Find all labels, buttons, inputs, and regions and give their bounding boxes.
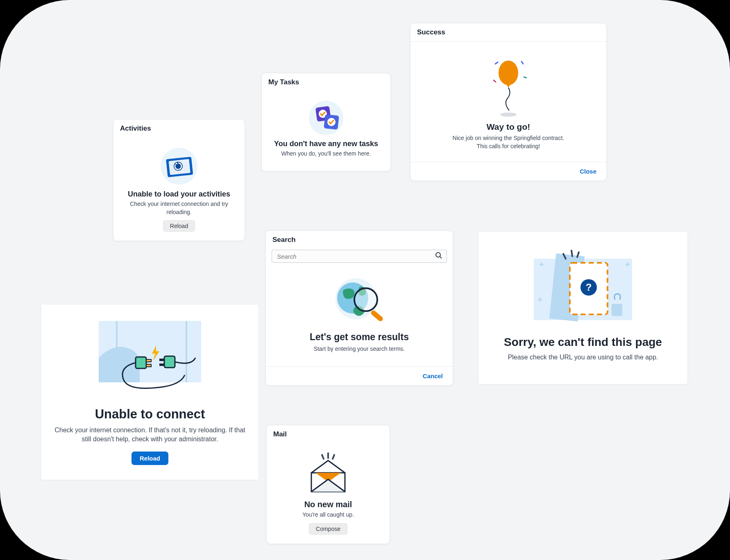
success-desc-2: This calls for celebrating! — [477, 142, 540, 151]
svg-rect-28 — [612, 304, 622, 316]
svg-point-20 — [436, 253, 440, 257]
cancel-button[interactable]: Cancel — [419, 371, 446, 381]
success-body: Way to go! Nice job on winning the Sprin… — [410, 42, 606, 162]
close-button[interactable]: Close — [576, 166, 600, 176]
notfound-title: Sorry, we can't find this page — [491, 336, 675, 349]
activities-desc: Check your internet connection and try r… — [126, 200, 232, 216]
svg-point-9 — [499, 61, 518, 85]
notfound-illustration: ? — [517, 246, 648, 328]
svg-rect-16 — [146, 364, 151, 367]
svg-rect-17 — [164, 356, 175, 368]
mail-card: Mail No new mail You're all caught up. C… — [266, 425, 390, 544]
mail-title: No new mail — [304, 500, 352, 509]
svg-rect-13 — [186, 321, 187, 382]
search-body: Let's get some results Start by entering… — [266, 263, 453, 366]
svg-point-24 — [354, 288, 377, 311]
search-illustration — [331, 274, 388, 327]
search-footer: Cancel — [266, 366, 453, 385]
tasks-desc: When you do, you'll see them here. — [281, 150, 371, 158]
success-card: Success Way to go! Nice job on winning t… — [410, 23, 607, 181]
svg-line-21 — [440, 257, 442, 258]
svg-point-10 — [500, 113, 517, 117]
svg-text:?: ? — [586, 282, 592, 293]
compose-button[interactable]: Compose — [309, 523, 347, 535]
search-input[interactable] — [276, 253, 435, 260]
tasks-title: You don't have any new tasks — [274, 140, 378, 148]
success-desc-1: Nice job on winning the Springfield cont… — [453, 134, 564, 142]
svg-rect-25 — [370, 309, 384, 322]
mail-desc: You're all caught up. — [302, 511, 354, 519]
search-bar — [272, 250, 447, 263]
mail-illustration — [302, 452, 355, 497]
activities-illustration — [154, 146, 204, 187]
tasks-card: My Tasks You don't have any new tasks Wh… — [261, 73, 391, 172]
search-desc: Start by entering your search terms. — [314, 345, 405, 353]
search-card: Search Let's get some results Start — [265, 230, 453, 386]
connect-illustration — [86, 317, 213, 399]
stage: Activities Unable to load your activitie… — [0, 0, 730, 560]
connect-desc: Check your internet connection. If that'… — [54, 426, 246, 444]
activities-card: Activities Unable to load your activitie… — [113, 119, 245, 241]
search-header: Search — [266, 231, 453, 246]
reload-button[interactable]: Reload — [163, 220, 195, 232]
activities-body: Unable to load your activities Check you… — [113, 138, 245, 241]
balloon-illustration — [484, 52, 533, 118]
tasks-header: My Tasks — [262, 73, 390, 91]
success-title: Way to go! — [487, 122, 530, 132]
svg-rect-18 — [159, 359, 164, 361]
search-title: Let's get some results — [310, 332, 409, 343]
notfound-panel: ? Sorry, we can't find this page Please … — [478, 232, 687, 384]
tasks-illustration — [306, 99, 347, 136]
mail-header: Mail — [267, 425, 390, 443]
svg-rect-14 — [136, 357, 146, 368]
svg-rect-15 — [146, 359, 151, 362]
mail-body: No new mail You're all caught up. Compos… — [267, 443, 390, 544]
connect-title: Unable to connect — [54, 407, 246, 422]
success-footer: Close — [410, 162, 606, 181]
reload-button-primary[interactable]: Reload — [131, 452, 168, 465]
activities-header: Activities — [113, 120, 245, 138]
success-header: Success — [410, 23, 606, 42]
svg-rect-19 — [159, 364, 164, 366]
activities-title: Unable to load your activities — [128, 190, 230, 199]
search-icon[interactable] — [435, 252, 442, 261]
connect-panel: Unable to connect Check your internet co… — [41, 305, 258, 480]
tasks-body: You don't have any new tasks When you do… — [262, 91, 390, 171]
notfound-desc: Please check the URL you are using to ca… — [491, 353, 675, 362]
